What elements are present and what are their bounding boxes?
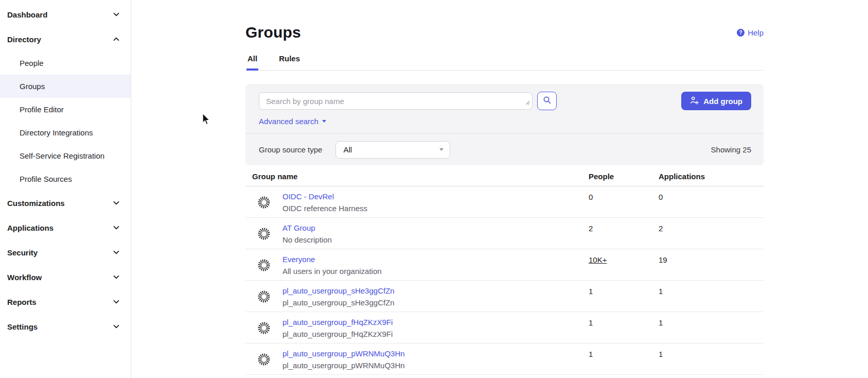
applications-count: 1 xyxy=(659,281,764,312)
help-label: Help xyxy=(748,28,764,37)
table-row: OIDC - DevRel OIDC reference Harness 0 0 xyxy=(245,186,764,218)
column-applications: Applications xyxy=(659,172,764,181)
group-description: pl_auto_usergroup_fHqZKzX9Fi xyxy=(282,329,393,339)
group-icon xyxy=(257,321,271,335)
groups-table: Group name People Applications OIDC - De… xyxy=(245,167,764,375)
applications-count: 0 xyxy=(659,186,764,217)
table-row: pl_auto_usergroup_sHe3ggCfZn pl_auto_use… xyxy=(245,281,764,312)
sidebar-item-label: Profile Sources xyxy=(20,175,72,183)
add-group-label: Add group xyxy=(703,97,742,106)
column-people: People xyxy=(589,172,659,181)
group-source-type-select[interactable]: All xyxy=(335,141,450,159)
selected-option: All xyxy=(343,145,352,154)
applications-count: 2 xyxy=(659,218,764,249)
table-row: AT Group No description 2 2 xyxy=(245,218,764,249)
sidebar-item-profile-sources[interactable]: Profile Sources xyxy=(0,167,131,191)
people-count: 1 xyxy=(589,281,659,312)
column-group-name: Group name xyxy=(245,172,589,181)
advanced-search-link[interactable]: Advanced search xyxy=(259,117,326,126)
sidebar-item-customizations[interactable]: Customizations xyxy=(0,191,131,215)
table-row: Everyone All users in your organization … xyxy=(245,249,764,281)
sidebar-item-label: Applications xyxy=(7,224,54,232)
table-header: Group name People Applications xyxy=(245,167,764,186)
sidebar-item-label: Groups xyxy=(20,82,45,91)
group-name-link[interactable]: Everyone xyxy=(282,254,315,265)
sidebar-item-self-service-registration[interactable]: Self-Service Registration xyxy=(0,144,131,167)
group-name-link[interactable]: AT Group xyxy=(282,223,315,233)
chevron-down-icon xyxy=(113,275,119,279)
people-count: 0 xyxy=(589,186,659,217)
group-icon xyxy=(257,290,271,303)
sidebar-item-profile-editor[interactable]: Profile Editor xyxy=(0,98,131,121)
group-description: No description xyxy=(282,235,332,245)
chevron-down-icon xyxy=(113,201,119,205)
showing-count: Showing 25 xyxy=(711,145,751,154)
sidebar-item-applications[interactable]: Applications xyxy=(0,215,131,240)
search-icon xyxy=(543,96,552,106)
table-row: pl_auto_usergroup_pWRNMuQ3Hn pl_auto_use… xyxy=(245,343,764,375)
caret-down-icon xyxy=(439,148,444,151)
chevron-down-icon xyxy=(113,300,119,304)
help-link[interactable]: ? Help xyxy=(737,28,764,37)
group-name-link[interactable]: pl_auto_usergroup_pWRNMuQ3Hn xyxy=(282,349,405,359)
applications-count: 19 xyxy=(659,249,764,280)
group-icon xyxy=(257,259,271,272)
group-name-link[interactable]: OIDC - DevRel xyxy=(282,192,334,202)
group-description: OIDC reference Harness xyxy=(282,203,367,214)
sidebar-nav: Dashboard Directory People Groups Profil… xyxy=(0,0,131,378)
group-icon xyxy=(257,353,271,366)
people-count: 1 xyxy=(589,312,659,343)
person-plus-icon xyxy=(690,96,699,107)
chevron-down-icon xyxy=(113,226,119,230)
sidebar-item-workflow[interactable]: Workflow xyxy=(0,265,131,289)
sidebar-item-label: Self-Service Registration xyxy=(20,151,104,160)
sidebar-item-label: Dashboard xyxy=(7,10,47,19)
search-filter-panel: Add group Advanced search Group source t… xyxy=(245,84,764,165)
sidebar-item-label: Settings xyxy=(7,322,38,331)
tab-bar: All Rules xyxy=(245,54,764,71)
sidebar-item-groups[interactable]: Groups xyxy=(0,75,131,98)
group-description: All users in your organization xyxy=(282,266,382,277)
group-description: pl_auto_usergroup_pWRNMuQ3Hn xyxy=(282,360,405,371)
sidebar-item-directory-integrations[interactable]: Directory Integrations xyxy=(0,121,131,144)
sidebar-item-label: Directory Integrations xyxy=(20,128,93,137)
question-mark-icon: ? xyxy=(737,29,745,37)
sidebar-item-label: Profile Editor xyxy=(20,105,64,114)
advanced-search-label: Advanced search xyxy=(259,117,318,126)
page-title: Groups xyxy=(245,24,301,41)
group-icon xyxy=(257,196,271,209)
add-group-button[interactable]: Add group xyxy=(681,92,751,110)
people-count-link[interactable]: 10K+ xyxy=(589,255,607,264)
group-source-type-label: Group source type xyxy=(259,145,322,154)
chevron-up-icon xyxy=(113,37,119,41)
sidebar-item-reports[interactable]: Reports xyxy=(0,289,131,314)
caret-down-icon xyxy=(322,120,326,123)
sidebar-item-settings[interactable]: Settings xyxy=(0,314,131,339)
chevron-down-icon xyxy=(113,250,119,254)
sidebar-item-dashboard[interactable]: Dashboard xyxy=(0,2,131,27)
sidebar-item-label: Directory xyxy=(7,35,41,44)
tab-rules[interactable]: Rules xyxy=(278,54,301,71)
group-description: pl_auto_usergroup_sHe3ggCfZn xyxy=(282,298,395,308)
sidebar-item-security[interactable]: Security xyxy=(0,240,131,265)
sidebar-item-label: Security xyxy=(7,248,38,257)
sidebar-item-directory[interactable]: Directory xyxy=(0,27,131,51)
chevron-down-icon xyxy=(113,12,119,16)
sidebar-item-label: Workflow xyxy=(7,273,42,282)
sidebar-item-label: Customizations xyxy=(7,199,65,208)
applications-count: 1 xyxy=(659,343,764,374)
search-input[interactable] xyxy=(259,92,533,110)
sidebar-item-label: Reports xyxy=(7,298,37,306)
sidebar-item-label: People xyxy=(20,59,44,67)
applications-count: 1 xyxy=(659,312,764,343)
group-name-link[interactable]: pl_auto_usergroup_sHe3ggCfZn xyxy=(282,286,395,296)
tab-all[interactable]: All xyxy=(246,54,258,71)
people-count: 2 xyxy=(589,218,659,249)
group-name-link[interactable]: pl_auto_usergroup_fHqZKzX9Fi xyxy=(282,317,393,328)
search-button[interactable] xyxy=(537,92,557,110)
people-count: 1 xyxy=(589,343,659,374)
table-row: pl_auto_usergroup_fHqZKzX9Fi pl_auto_use… xyxy=(245,312,764,343)
chevron-down-icon xyxy=(113,324,119,329)
group-icon xyxy=(257,227,271,240)
sidebar-item-people[interactable]: People xyxy=(0,51,131,75)
